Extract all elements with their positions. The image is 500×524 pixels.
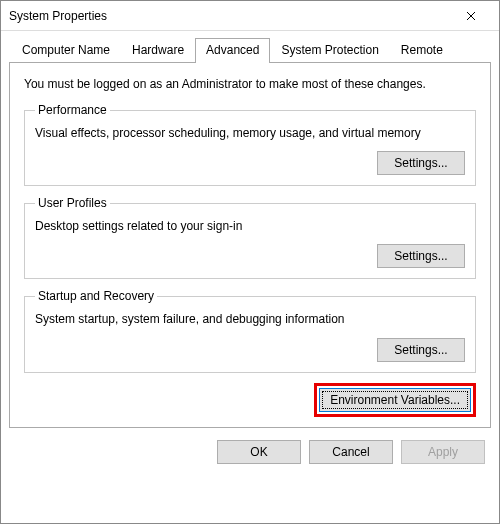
window-title: System Properties [9, 9, 451, 23]
tab-advanced[interactable]: Advanced [195, 38, 270, 63]
startup-settings-button[interactable]: Settings... [377, 338, 465, 362]
group-userprofiles-title: User Profiles [35, 196, 110, 210]
group-startup-title: Startup and Recovery [35, 289, 157, 303]
group-userprofiles-desc: Desktop settings related to your sign-in [35, 218, 465, 234]
environment-variables-button[interactable]: Environment Variables... [319, 388, 471, 412]
close-button[interactable] [451, 2, 491, 30]
tab-remote[interactable]: Remote [390, 38, 454, 63]
close-icon [466, 11, 476, 21]
group-performance: Performance Visual effects, processor sc… [24, 103, 476, 186]
group-userprofiles-actions: Settings... [35, 244, 465, 268]
env-variables-row: Environment Variables... [24, 383, 476, 417]
userprofiles-settings-button[interactable]: Settings... [377, 244, 465, 268]
dialog-footer: OK Cancel Apply [1, 428, 499, 476]
group-startup-desc: System startup, system failure, and debu… [35, 311, 465, 327]
group-performance-title: Performance [35, 103, 110, 117]
annotation-highlight: Environment Variables... [314, 383, 476, 417]
intro-text: You must be logged on as an Administrato… [24, 77, 476, 91]
tab-system-protection[interactable]: System Protection [270, 38, 389, 63]
titlebar: System Properties [1, 1, 499, 31]
performance-settings-button[interactable]: Settings... [377, 151, 465, 175]
tab-hardware[interactable]: Hardware [121, 38, 195, 63]
tab-computer-name[interactable]: Computer Name [11, 38, 121, 63]
group-startup-actions: Settings... [35, 338, 465, 362]
group-performance-actions: Settings... [35, 151, 465, 175]
tab-panel-advanced: You must be logged on as an Administrato… [9, 62, 491, 428]
group-userprofiles: User Profiles Desktop settings related t… [24, 196, 476, 279]
cancel-button[interactable]: Cancel [309, 440, 393, 464]
apply-button: Apply [401, 440, 485, 464]
ok-button[interactable]: OK [217, 440, 301, 464]
tab-strip: Computer Name Hardware Advanced System P… [11, 38, 499, 63]
group-performance-desc: Visual effects, processor scheduling, me… [35, 125, 465, 141]
group-startup: Startup and Recovery System startup, sys… [24, 289, 476, 372]
